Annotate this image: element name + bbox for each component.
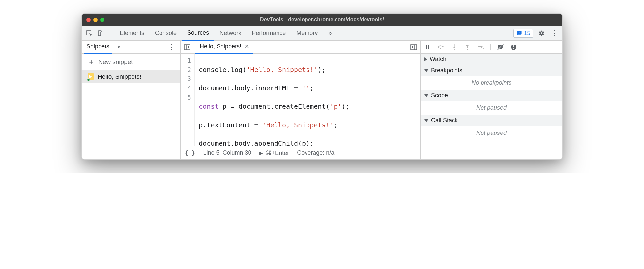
issues-icon xyxy=(516,30,522,36)
sources-panel: Snippets » ⋮ ＋ New snippet Hello, Snippe… xyxy=(82,41,562,159)
svg-rect-7 xyxy=(426,45,427,49)
svg-rect-10 xyxy=(454,44,455,47)
collapse-icon xyxy=(424,94,428,97)
close-tab-icon[interactable]: ✕ xyxy=(245,44,249,50)
debugger-pane: Watch Breakpoints No breakpoints Scope N… xyxy=(421,41,562,159)
new-snippet-button[interactable]: ＋ New snippet xyxy=(82,54,180,70)
svg-point-15 xyxy=(483,48,484,49)
pretty-print-icon[interactable]: { } xyxy=(185,149,195,156)
step-icon[interactable] xyxy=(477,43,484,51)
coverage-status: Coverage: n/a xyxy=(297,149,334,156)
line-number: 3 xyxy=(187,74,191,83)
callstack-title: Call Stack xyxy=(431,117,458,124)
run-shortcut-label: ⌘+Enter xyxy=(266,149,289,157)
issues-count: 15 xyxy=(524,30,530,37)
step-out-icon[interactable] xyxy=(463,43,471,51)
toolbar-separator xyxy=(109,30,109,37)
editor-tab-label: Hello, Snippets! xyxy=(200,43,241,50)
scope-title: Scope xyxy=(431,92,448,99)
svg-rect-14 xyxy=(478,46,481,47)
breakpoints-title: Breakpoints xyxy=(431,67,462,74)
collapse-icon xyxy=(424,119,428,122)
code-line: p.textContent = 'Hello, Snippets!'; xyxy=(199,120,350,130)
svg-point-11 xyxy=(454,49,455,50)
expand-icon xyxy=(424,57,427,61)
navigator-tabs-overflow-icon[interactable]: » xyxy=(115,44,123,50)
cursor-position: Line 5, Column 30 xyxy=(203,149,251,156)
navigator-tab-snippets[interactable]: Snippets xyxy=(84,41,112,54)
navigator-body: ＋ New snippet Hello, Snippets! xyxy=(82,54,180,159)
tab-network[interactable]: Network xyxy=(214,26,247,41)
plus-icon: ＋ xyxy=(88,57,95,67)
code-line: console.log('Hello, Snippets!'); xyxy=(199,65,350,74)
breakpoints-body: No breakpoints xyxy=(421,76,562,90)
snippet-list-item[interactable]: Hello, Snippets! xyxy=(82,70,180,83)
svg-rect-18 xyxy=(513,45,514,47)
snippet-item-label: Hello, Snippets! xyxy=(98,73,141,80)
window-title: DevTools - developer.chrome.com/docs/dev… xyxy=(82,17,562,23)
code-line: document.body.appendChild(p); xyxy=(199,139,350,146)
svg-rect-2 xyxy=(101,32,103,36)
minimize-window-button[interactable] xyxy=(93,18,98,22)
line-gutter: 1 2 3 4 5 xyxy=(181,54,195,146)
svg-point-13 xyxy=(467,49,468,50)
scope-body: Not paused xyxy=(421,101,562,115)
step-over-icon[interactable] xyxy=(437,43,445,51)
debugger-separator xyxy=(490,44,491,50)
titlebar: DevTools - developer.chrome.com/docs/dev… xyxy=(82,14,562,26)
line-number: 4 xyxy=(187,83,191,93)
watch-section-header[interactable]: Watch xyxy=(421,54,562,65)
debugger-toolbar xyxy=(421,41,562,54)
settings-icon[interactable] xyxy=(537,28,546,38)
tabs-overflow-icon[interactable]: » xyxy=(323,26,337,41)
code-line: document.body.innerHTML = ''; xyxy=(199,83,350,93)
snippet-file-icon xyxy=(88,73,94,81)
svg-point-9 xyxy=(440,48,441,49)
device-toolbar-icon[interactable] xyxy=(96,28,105,38)
editor-file-tab[interactable]: Hello, Snippets! ✕ xyxy=(195,41,253,54)
scope-section-header[interactable]: Scope xyxy=(421,90,562,101)
issues-badge[interactable]: 15 xyxy=(513,29,533,38)
code-line: const p = document.createElement('p'); xyxy=(199,102,350,111)
new-snippet-label: New snippet xyxy=(98,58,133,66)
navigator-header: Snippets » ⋮ xyxy=(82,41,180,54)
editor-footer: { } Line 5, Column 30 ▶ ⌘+Enter Coverage… xyxy=(181,146,420,159)
line-number: 5 xyxy=(187,93,191,102)
watch-title: Watch xyxy=(430,56,446,63)
traffic-lights xyxy=(86,18,104,22)
main-toolbar: Elements Console Sources Network Perform… xyxy=(82,26,562,41)
callstack-body: Not paused xyxy=(421,126,562,140)
svg-rect-12 xyxy=(467,46,468,48)
svg-rect-19 xyxy=(513,48,514,49)
editor-header: Hello, Snippets! ✕ xyxy=(181,41,420,54)
devtools-window: DevTools - developer.chrome.com/docs/dev… xyxy=(81,13,563,160)
tab-sources[interactable]: Sources xyxy=(182,26,214,41)
editor-pane: Hello, Snippets! ✕ 1 2 3 4 5 console.log… xyxy=(181,41,421,159)
code-content: console.log('Hello, Snippets!'); documen… xyxy=(195,54,354,146)
hide-debugger-icon[interactable] xyxy=(409,43,418,52)
collapse-icon xyxy=(424,69,428,72)
code-editor[interactable]: 1 2 3 4 5 console.log('Hello, Snippets!'… xyxy=(181,54,420,146)
tab-memory[interactable]: Memory xyxy=(291,26,323,41)
tab-console[interactable]: Console xyxy=(150,26,182,41)
hide-navigator-icon[interactable] xyxy=(183,43,192,52)
line-number: 2 xyxy=(187,65,191,74)
line-number: 1 xyxy=(187,56,191,65)
navigator-more-menu-icon[interactable]: ⋮ xyxy=(164,43,178,51)
close-window-button[interactable] xyxy=(86,18,91,22)
more-menu-icon[interactable]: ⋮ xyxy=(550,28,560,38)
maximize-window-button[interactable] xyxy=(100,18,104,22)
pause-on-exceptions-icon[interactable] xyxy=(510,43,518,51)
callstack-section-header[interactable]: Call Stack xyxy=(421,115,562,126)
tab-performance[interactable]: Performance xyxy=(247,26,291,41)
play-icon: ▶ xyxy=(259,150,263,156)
tab-elements[interactable]: Elements xyxy=(114,26,150,41)
svg-rect-8 xyxy=(428,45,429,49)
inspect-element-icon[interactable] xyxy=(84,28,94,38)
step-into-icon[interactable] xyxy=(450,43,458,51)
toolbar-right: 15 ⋮ xyxy=(513,28,560,38)
deactivate-breakpoints-icon[interactable] xyxy=(497,43,505,51)
run-snippet-button[interactable]: ▶ ⌘+Enter xyxy=(259,149,289,157)
pause-script-icon[interactable] xyxy=(424,43,432,51)
breakpoints-section-header[interactable]: Breakpoints xyxy=(421,65,562,76)
